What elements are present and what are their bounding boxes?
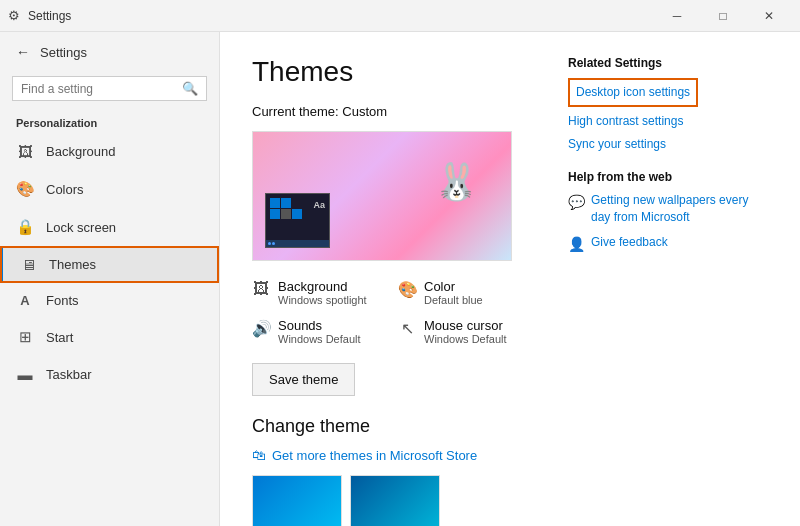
ms-store-link[interactable]: 🛍 Get more themes in Microsoft Store bbox=[252, 447, 536, 463]
screen-taskbar bbox=[266, 240, 329, 247]
high-contrast-settings-link[interactable]: High contrast settings bbox=[568, 113, 768, 130]
sidebar-item-fonts[interactable]: A Fonts bbox=[0, 283, 219, 318]
wallpapers-help-link[interactable]: 💬 Getting new wallpapers every day from … bbox=[568, 192, 768, 226]
screen-aa-text: Aa bbox=[313, 200, 325, 210]
related-settings-title: Related Settings bbox=[568, 56, 768, 70]
back-arrow-icon: ← bbox=[16, 44, 30, 60]
tile-3 bbox=[292, 198, 302, 208]
sidebar-item-label-themes: Themes bbox=[49, 257, 96, 272]
color-setting-value: Default blue bbox=[424, 294, 483, 306]
cursor-setting-text: Mouse cursor Windows Default bbox=[424, 318, 507, 345]
color-setting-icon: 🎨 bbox=[398, 280, 416, 299]
settings-icon: ⚙ bbox=[8, 8, 20, 23]
themes-icon: 🖥 bbox=[19, 256, 37, 273]
sidebar-item-label-colors: Colors bbox=[46, 182, 84, 197]
close-button[interactable]: ✕ bbox=[746, 0, 792, 32]
background-setting-value: Windows spotlight bbox=[278, 294, 367, 306]
theme-setting-mouse-cursor[interactable]: ↖ Mouse cursor Windows Default bbox=[398, 314, 536, 349]
sounds-setting-name: Sounds bbox=[278, 318, 361, 333]
feedback-help-link[interactable]: 👤 Give feedback bbox=[568, 234, 768, 255]
taskbar-dot-2 bbox=[272, 242, 275, 245]
preview-screen: Aa bbox=[265, 193, 330, 248]
fonts-icon: A bbox=[16, 293, 34, 308]
help-section-title: Help from the web bbox=[568, 170, 768, 184]
colors-icon: 🎨 bbox=[16, 180, 34, 198]
sidebar-item-themes[interactable]: 🖥 Themes bbox=[0, 246, 219, 283]
sidebar-item-lock-screen[interactable]: 🔒 Lock screen bbox=[0, 208, 219, 246]
ms-store-link-label: Get more themes in Microsoft Store bbox=[272, 448, 477, 463]
sounds-setting-value: Windows Default bbox=[278, 333, 361, 345]
sidebar-back[interactable]: ← Settings bbox=[0, 32, 219, 72]
wallpapers-help-label: Getting new wallpapers every day from Mi… bbox=[591, 192, 768, 226]
title-bar-left: ⚙ Settings bbox=[8, 8, 71, 23]
color-setting-text: Color Default blue bbox=[424, 279, 483, 306]
theme-setting-sounds[interactable]: 🔊 Sounds Windows Default bbox=[252, 314, 390, 349]
sidebar-item-background[interactable]: 🖼 Background bbox=[0, 133, 219, 170]
save-theme-button[interactable]: Save theme bbox=[252, 363, 355, 396]
color-setting-name: Color bbox=[424, 279, 483, 294]
sidebar: ← Settings 🔍 Personalization 🖼 Backgroun… bbox=[0, 32, 220, 526]
sidebar-back-label: Settings bbox=[40, 45, 87, 60]
cursor-setting-icon: ↖ bbox=[398, 319, 416, 338]
content-area: Themes Current theme: Custom 🐰 Aa bbox=[220, 32, 800, 526]
change-theme-title: Change theme bbox=[252, 416, 536, 437]
cursor-setting-name: Mouse cursor bbox=[424, 318, 507, 333]
theme-settings-grid: 🖼 Background Windows spotlight 🎨 Color D… bbox=[252, 275, 536, 349]
sounds-setting-icon: 🔊 bbox=[252, 319, 270, 338]
app-body: ← Settings 🔍 Personalization 🖼 Backgroun… bbox=[0, 32, 800, 526]
sidebar-item-taskbar[interactable]: ▬ Taskbar bbox=[0, 356, 219, 393]
sidebar-item-label-fonts: Fonts bbox=[46, 293, 79, 308]
sidebar-item-start[interactable]: ⊞ Start bbox=[0, 318, 219, 356]
theme-thumb-2[interactable] bbox=[350, 475, 440, 526]
maximize-button[interactable]: □ bbox=[700, 0, 746, 32]
start-icon: ⊞ bbox=[16, 328, 34, 346]
sidebar-item-label-lock-screen: Lock screen bbox=[46, 220, 116, 235]
background-setting-text: Background Windows spotlight bbox=[278, 279, 367, 306]
sidebar-section-label: Personalization bbox=[0, 111, 219, 133]
background-icon: 🖼 bbox=[16, 143, 34, 160]
sidebar-item-colors[interactable]: 🎨 Colors bbox=[0, 170, 219, 208]
desktop-icon-settings-link[interactable]: Desktop icon settings bbox=[568, 78, 698, 107]
title-bar-title: Settings bbox=[28, 9, 71, 23]
bunny-image: 🐰 bbox=[421, 142, 491, 222]
theme-thumb-1[interactable] bbox=[252, 475, 342, 526]
sidebar-item-label-taskbar: Taskbar bbox=[46, 367, 92, 382]
page-title: Themes bbox=[252, 56, 536, 88]
title-bar: ⚙ Settings ─ □ ✕ bbox=[0, 0, 800, 32]
screen-tiles bbox=[270, 198, 302, 219]
sidebar-item-label-start: Start bbox=[46, 330, 73, 345]
feedback-help-label: Give feedback bbox=[591, 234, 668, 251]
sidebar-item-label-background: Background bbox=[46, 144, 115, 159]
theme-preview: 🐰 Aa bbox=[252, 131, 512, 261]
title-bar-controls: ─ □ ✕ bbox=[654, 0, 792, 32]
help-link-icon-1: 💬 bbox=[568, 193, 585, 213]
search-input[interactable] bbox=[21, 82, 176, 96]
cursor-setting-value: Windows Default bbox=[424, 333, 507, 345]
tile-5 bbox=[281, 209, 291, 219]
store-icon: 🛍 bbox=[252, 447, 266, 463]
background-setting-name: Background bbox=[278, 279, 367, 294]
tile-4 bbox=[270, 209, 280, 219]
taskbar-icon: ▬ bbox=[16, 366, 34, 383]
content-right: Related Settings Desktop icon settings H… bbox=[568, 56, 768, 502]
help-link-icon-2: 👤 bbox=[568, 235, 585, 255]
minimize-button[interactable]: ─ bbox=[654, 0, 700, 32]
taskbar-dot-1 bbox=[268, 242, 271, 245]
tile-6 bbox=[292, 209, 302, 219]
tile-1 bbox=[270, 198, 280, 208]
sidebar-search-container: 🔍 bbox=[12, 76, 207, 101]
search-icon: 🔍 bbox=[182, 81, 198, 96]
content-main: Themes Current theme: Custom 🐰 Aa bbox=[252, 56, 536, 502]
current-theme-label: Current theme: Custom bbox=[252, 104, 536, 119]
background-setting-icon: 🖼 bbox=[252, 280, 270, 298]
theme-setting-background[interactable]: 🖼 Background Windows spotlight bbox=[252, 275, 390, 310]
tile-2 bbox=[281, 198, 291, 208]
sounds-setting-text: Sounds Windows Default bbox=[278, 318, 361, 345]
theme-thumbnails bbox=[252, 475, 536, 526]
theme-setting-color[interactable]: 🎨 Color Default blue bbox=[398, 275, 536, 310]
lock-screen-icon: 🔒 bbox=[16, 218, 34, 236]
sync-settings-link[interactable]: Sync your settings bbox=[568, 136, 768, 153]
